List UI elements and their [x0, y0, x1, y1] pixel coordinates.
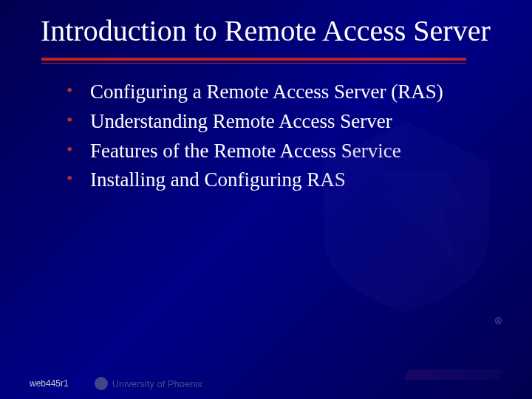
bullet-icon: •: [66, 139, 77, 160]
registered-mark-icon: ®: [495, 316, 507, 328]
logo-circle-icon: [95, 377, 108, 390]
footer-logo: University of Phoenix: [95, 377, 202, 390]
bullet-icon: •: [66, 168, 77, 188]
bullet-icon: •: [66, 109, 77, 130]
list-item-text: Configuring a Remote Access Server (RAS): [90, 80, 443, 105]
bullet-icon: •: [66, 80, 77, 100]
slide-footer: web445r1 University of Phoenix: [0, 368, 532, 399]
list-item: • Configuring a Remote Access Server (RA…: [66, 80, 488, 105]
slide-title: Introduction to Remote Access Server: [41, 15, 495, 47]
background-shield-graphic: [303, 111, 510, 318]
footer-org-text: University of Phoenix: [112, 378, 202, 389]
slide-title-block: Introduction to Remote Access Server: [0, 0, 532, 47]
footer-code: web445r1: [30, 378, 69, 389]
title-divider: [41, 58, 466, 64]
